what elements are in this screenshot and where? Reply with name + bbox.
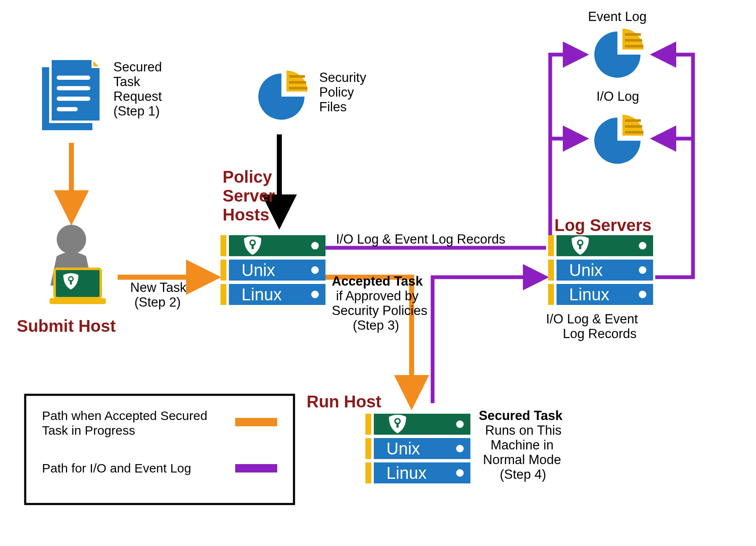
new-task-l2: (Step 2) <box>134 295 181 310</box>
event-log-label: Event Log <box>588 9 647 24</box>
accepted-task-bold: Accepted Task <box>332 274 423 289</box>
event-log-pie-icon <box>594 29 643 78</box>
run-host-title: Run Host <box>307 392 381 411</box>
legend-purple-swatch <box>235 464 277 472</box>
secured-task-bold: Secured Task <box>479 408 563 423</box>
svg-point-19 <box>57 225 86 254</box>
security-policy-l1: Security <box>319 70 366 85</box>
io-event-records-top: I/O Log & Event Log Records <box>336 232 505 247</box>
secured-task-request-l4: (Step 1) <box>113 104 160 118</box>
secured-task-l4: (Step 4) <box>500 467 546 482</box>
new-task-l1: New Task <box>130 280 186 295</box>
security-policy-l3: Files <box>319 100 346 114</box>
secured-task-request-l1: Secured <box>113 60 162 74</box>
security-policy-l2: Policy <box>319 85 354 100</box>
run-host-stack <box>365 414 470 483</box>
policy-server-stack <box>220 235 326 305</box>
policy-server-hosts-l1: Policy <box>223 168 273 186</box>
secured-task-request-l3: Request <box>113 89 162 104</box>
svg-rect-20 <box>55 269 101 298</box>
legend-box: Path when Accepted Secured Task in Progr… <box>25 395 294 504</box>
log-servers-stack <box>548 235 653 305</box>
accepted-task-l1: if Approved by <box>336 289 419 303</box>
legend-log: Path for I/O and Event Log <box>42 461 191 475</box>
svg-rect-21 <box>50 298 106 304</box>
legend-accepted-l2: Task in Progress <box>42 423 135 437</box>
log-servers-note-l2: Log Records <box>563 326 637 341</box>
policy-files-pie-icon <box>258 71 307 120</box>
log-servers-note-l1: I/O Log & Event <box>546 312 638 326</box>
user-icon <box>50 225 106 304</box>
document-icon <box>42 59 101 130</box>
submit-host-title: Submit Host <box>17 317 116 335</box>
legend-accepted-l1: Path when Accepted Secured <box>42 409 207 423</box>
arrow-runhost-to-logservers <box>433 277 544 403</box>
legend-orange-swatch <box>235 418 277 426</box>
log-servers-title: Log Servers <box>554 216 651 234</box>
secured-task-request-l2: Task <box>113 74 140 89</box>
io-log-pie-icon <box>594 115 643 164</box>
secured-task-l3: Normal Mode <box>483 452 561 467</box>
io-log-label: I/O Log <box>596 89 639 104</box>
secured-task-l1: Runs on This <box>485 423 562 438</box>
arrow-logservers-up-left <box>550 55 584 235</box>
accepted-task-l3: (Step 3) <box>353 318 399 333</box>
accepted-task-l2: Security Policies <box>332 303 427 318</box>
arrow-right-to-eventlog <box>655 55 693 277</box>
secured-task-l2: Machine in <box>491 438 554 452</box>
policy-server-hosts-l2: Server <box>223 186 275 205</box>
policy-server-hosts-l3: Hosts <box>223 205 269 224</box>
